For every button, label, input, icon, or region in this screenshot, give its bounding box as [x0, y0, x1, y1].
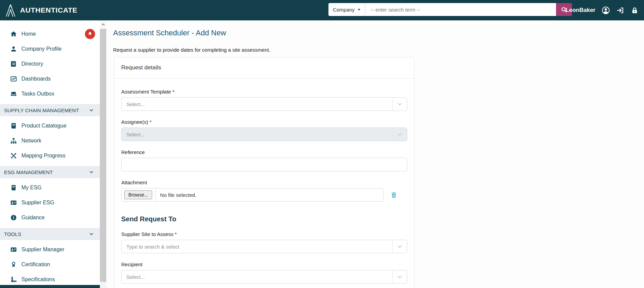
chevron-down-icon [392, 98, 407, 111]
authenticate-logo-icon [5, 3, 16, 17]
sitemap-icon [10, 137, 17, 144]
assignees-label: Assignee(s) * [121, 119, 407, 125]
book-icon [10, 122, 17, 129]
browse-button[interactable]: Browse... [124, 190, 152, 199]
reference-input[interactable] [121, 158, 407, 171]
sidebar-section-esg-management[interactable]: ESG MANAGEMENT [0, 166, 100, 178]
address-book-icon [10, 61, 17, 67]
sidebar-item-supplier-manager[interactable]: Supplier Manager [0, 242, 100, 257]
sidebar-section-label: TOOLS [4, 231, 21, 237]
id-card-icon [10, 199, 17, 206]
sidebar-item-supplier-esg[interactable]: Supplier ESG [0, 195, 100, 210]
assessment-template-group: Assessment Template * Select... [121, 89, 407, 111]
request-details-card: Request details Assessment Template * Se… [114, 57, 414, 288]
sidebar-nav: Home Company Profile [0, 20, 100, 288]
sidebar-item-label: Dashboards [21, 76, 51, 82]
award-icon [10, 261, 17, 268]
sidebar-item-tasks-outbox[interactable]: Tasks Outbox [0, 86, 100, 101]
search-scope-label: Company [333, 7, 355, 13]
sidebar-item-directory[interactable]: Directory [0, 56, 100, 71]
sidebar-item-label: Tasks Outbox [21, 91, 54, 97]
file-status-text: No file selected. [160, 192, 196, 198]
chevron-down-icon [392, 240, 407, 253]
attachment-group: Attachment Browse... No file selected. [121, 180, 407, 202]
sidebar-item-label: Certification [21, 261, 50, 268]
combobox-placeholder: Type to search & select [122, 244, 179, 250]
sidebar-item-mapping-progress[interactable]: Mapping Progress [0, 148, 100, 163]
supplier-site-combobox[interactable]: Type to search & select [121, 240, 407, 253]
user-area: LeonBaker [566, 0, 639, 20]
inbox-tray-icon [10, 90, 17, 97]
crossed-tools-icon [10, 152, 17, 159]
sidebar-section-supply-chain-management[interactable]: SUPPLY CHAIN MANAGEMENT [0, 104, 100, 116]
reference-label: Reference [121, 149, 407, 155]
assessment-template-select[interactable]: Select... [121, 97, 407, 111]
home-icon [10, 31, 17, 37]
user-profile-icon[interactable] [602, 6, 610, 15]
chart-line-icon [10, 75, 17, 82]
sidebar-item-certification[interactable]: Certification [0, 257, 100, 272]
sidebar-section-label: ESG MANAGEMENT [4, 169, 53, 175]
info-circle-icon [10, 214, 17, 221]
journal-icon [10, 184, 17, 191]
selected-value: Select... [122, 132, 145, 137]
sidebar-item-product-catalogue[interactable]: Product Catalogue [0, 118, 100, 133]
lock-icon[interactable] [631, 6, 639, 14]
supplier-site-group: Supplier Site to Assess * Type to search… [121, 231, 407, 253]
chevron-down-icon [89, 232, 94, 236]
send-request-to-heading: Send Request To [121, 215, 407, 223]
sidebar-item-home[interactable]: Home [0, 27, 100, 41]
sidebar-section-label: SUPPLY CHAIN MANAGEMENT [4, 107, 79, 113]
page-title: Assessment Scheduler - Add New [113, 29, 644, 37]
supplier-site-label: Supplier Site to Assess * [121, 231, 407, 237]
sidebar-item-dashboards[interactable]: Dashboards [0, 71, 100, 86]
page-subtitle: Request a supplier to provide dates for … [113, 47, 644, 53]
sidebar-item-network[interactable]: Network [0, 133, 100, 148]
chevron-down-icon [89, 170, 94, 174]
selected-value: Select... [122, 274, 145, 280]
brand[interactable]: AUTHENTICATE [5, 0, 77, 20]
notification-badge[interactable] [85, 29, 95, 39]
search-scope-dropdown[interactable]: Company [328, 3, 365, 16]
chevron-down-icon [392, 128, 407, 141]
sidebar-item-my-esg[interactable]: My ESG [0, 180, 100, 195]
attachment-file-input[interactable]: Browse... No file selected. [121, 188, 383, 202]
trash-icon [390, 191, 397, 199]
assignees-group: Assignee(s) * Select... [121, 119, 407, 141]
assessment-template-label: Assessment Template * [121, 89, 407, 95]
attachment-label: Attachment [121, 180, 407, 185]
sign-in-icon[interactable] [616, 6, 625, 15]
scrollbar-thumb[interactable] [100, 29, 106, 282]
chevron-down-icon [392, 270, 407, 283]
delete-attachment-button[interactable] [390, 191, 397, 199]
caret-down-icon [358, 9, 360, 11]
id-card-icon [10, 246, 17, 253]
brand-title: AUTHENTICATE [20, 6, 77, 14]
sidebar-item-label: Product Catalogue [21, 123, 67, 129]
sidebar-item-label: Supplier Manager [21, 247, 64, 253]
search-input[interactable] [365, 3, 556, 16]
chevron-up-icon [102, 23, 105, 26]
sidebar-item-company-profile[interactable]: Company Profile [0, 41, 100, 56]
selected-value: Select... [122, 101, 145, 107]
page-scrollbar[interactable] [100, 20, 106, 288]
chevron-down-icon [89, 108, 94, 113]
sidebar-bottom-strip [0, 285, 100, 288]
person-icon [10, 46, 17, 52]
sidebar-item-guidance[interactable]: Guidance [0, 210, 100, 225]
sidebar-item-label: Home [21, 31, 36, 37]
recipient-select[interactable]: Select... [121, 270, 407, 284]
bell-icon [87, 31, 93, 37]
scrollbar-up-button[interactable] [100, 20, 106, 28]
sidebar-item-label: Guidance [21, 215, 45, 221]
sidebar-item-label: Specifications [21, 276, 55, 283]
global-search: Company [328, 3, 572, 16]
username[interactable]: LeonBaker [566, 7, 595, 14]
assignees-select[interactable]: Select... [121, 128, 407, 141]
sidebar-section-tools[interactable]: TOOLS [0, 228, 100, 240]
reference-group: Reference [121, 149, 407, 171]
app-header: AUTHENTICATE Company LeonBaker [0, 0, 644, 20]
recipient-label: Recipient [121, 261, 407, 267]
ruler-icon [10, 276, 17, 283]
sidebar-item-label: Network [21, 138, 41, 144]
